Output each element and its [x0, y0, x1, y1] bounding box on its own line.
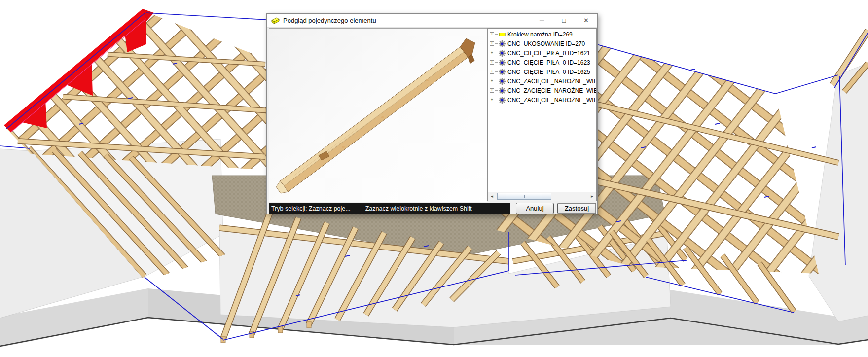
element-preview-3d[interactable] [269, 28, 487, 202]
preview-beam-rendering [269, 29, 487, 202]
tree-connector [495, 81, 498, 82]
tree-item-label: CNC_ZACIĘCIE_NAROŻNE_WIERZ [507, 78, 596, 85]
tree-connector [495, 71, 498, 72]
cancel-button[interactable]: Anuluj [516, 203, 554, 214]
scroll-left-arrow-icon[interactable]: ◄ [488, 192, 496, 201]
dialog-title: Podgląd pojedynczego elementu [283, 17, 376, 24]
tree-connector [495, 43, 498, 44]
tree-connector [495, 53, 498, 54]
tree-item[interactable]: + CNC_ZACIĘCIE_NAROŻNE_WIERZ [488, 76, 596, 86]
expand-plus-box[interactable]: + [490, 41, 494, 46]
selection-mode-text: Tryb selekcji: Zaznacz poje... [269, 205, 351, 212]
tree-item-label: CNC_UKOSOWANIE ID=270 [507, 40, 585, 47]
expand-plus-box[interactable]: + [490, 60, 494, 65]
tree-item-label: CNC_ZACIĘCIE_NAROŻNE_WIERZ [507, 87, 596, 94]
selection-hint-text: Zaznacz wielokrotnie z klawiszem Shift [365, 205, 472, 212]
dialog-titlebar[interactable]: Podgląd pojedynczego elementu ─ □ ✕ [267, 14, 597, 28]
tree-item[interactable]: + CNC_ZACIĘCIE_NAROŻNE_WIERZ [488, 95, 596, 105]
expand-plus-box[interactable]: + [490, 51, 494, 55]
beam-yellow-icon [499, 32, 506, 37]
gear-icon [499, 97, 506, 104]
tree-item-label: CNC_CIĘCIE_PIŁA_0 ID=1625 [507, 69, 590, 75]
tree-item[interactable]: + Krokiew narożna ID=269 [488, 30, 596, 39]
gear-icon [499, 78, 506, 85]
scroll-right-arrow-icon[interactable]: ► [588, 192, 596, 201]
gear-icon [499, 87, 506, 94]
tree-item-label: CNC_CIĘCIE_PIŁA_0 ID=1623 [507, 59, 590, 66]
cnc-operations-tree[interactable]: + Krokiew narożna ID=269 + CNC_UKOSOWANI… [487, 28, 597, 201]
tree-item[interactable]: + CNC_UKOSOWANIE ID=270 [488, 39, 596, 48]
expand-plus-box[interactable]: + [490, 88, 494, 93]
tree-item-label: CNC_ZACIĘCIE_NAROŻNE_WIERZ [507, 97, 596, 104]
app-window: Podgląd pojedynczego elementu ─ □ ✕ [0, 0, 868, 357]
tree-item-label: Krokiew narożna ID=269 [507, 31, 573, 38]
scrollbar-thumb[interactable] [497, 193, 551, 200]
tree-horizontal-scrollbar[interactable]: ◄ ► [488, 192, 596, 201]
tree-item-label: CNC_CIĘCIE_PIŁA_0 ID=1621 [507, 50, 590, 57]
tree-item[interactable]: + CNC_CIĘCIE_PIŁA_0 ID=1623 [488, 58, 596, 67]
gear-icon [499, 40, 506, 47]
tree-connector [495, 100, 498, 101]
gear-icon [499, 59, 506, 66]
tree-connector [495, 62, 498, 63]
gear-icon [499, 69, 506, 75]
expand-plus-box[interactable]: + [490, 32, 494, 36]
gear-icon [499, 50, 506, 57]
tree-connector [495, 34, 498, 35]
tree-connector [495, 90, 498, 91]
tree-item[interactable]: + CNC_ZACIĘCIE_NAROŻNE_WIERZ [488, 86, 596, 95]
tree-item[interactable]: + CNC_CIĘCIE_PIŁA_0 ID=1621 [488, 48, 596, 58]
expand-plus-box[interactable]: + [490, 79, 494, 83]
maximize-button[interactable]: □ [553, 14, 575, 27]
beam-icon [270, 17, 280, 24]
tree-item[interactable]: + CNC_CIĘCIE_PIŁA_0 ID=1625 [488, 67, 596, 76]
close-button[interactable]: ✕ [575, 14, 597, 27]
scrollbar-track[interactable] [496, 192, 588, 201]
minimize-button[interactable]: ─ [531, 14, 553, 27]
single-element-preview-dialog: Podgląd pojedynczego elementu ─ □ ✕ [266, 13, 598, 214]
apply-button[interactable]: Zastosuj [557, 203, 596, 214]
expand-plus-box[interactable]: + [490, 70, 494, 74]
expand-plus-box[interactable]: + [490, 98, 494, 102]
selection-status-bar: Tryb selekcji: Zaznacz poje... Zaznacz w… [269, 203, 510, 214]
